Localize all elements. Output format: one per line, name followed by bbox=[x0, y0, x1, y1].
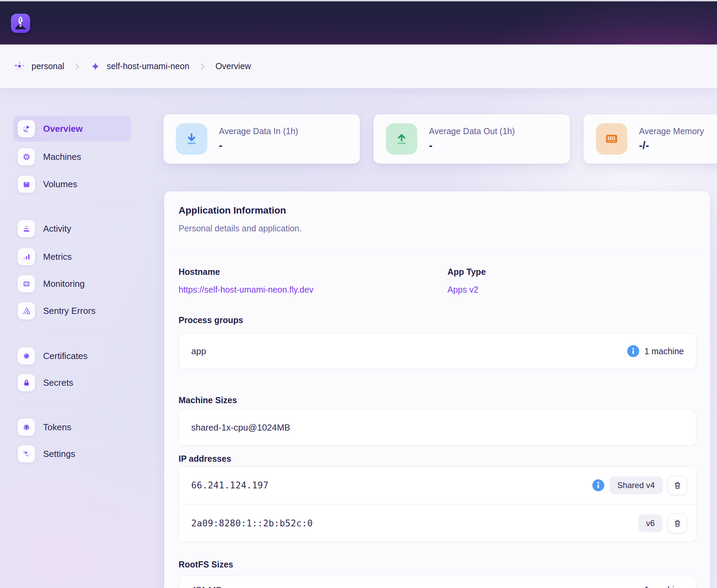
card-title: Application Information bbox=[179, 205, 286, 216]
process-group-name: app bbox=[191, 346, 206, 357]
machine-sizes-label: Machine Sizes bbox=[179, 395, 237, 405]
sidebar-divider bbox=[13, 332, 131, 333]
sidebar-item-label: Machines bbox=[43, 152, 81, 162]
settings-icon bbox=[17, 445, 35, 463]
stat-value: -/- bbox=[639, 139, 704, 152]
stat-label: Average Data Out (1h) bbox=[429, 126, 515, 136]
card-subtitle: Personal details and application. bbox=[179, 223, 302, 233]
ip-type-badge: v6 bbox=[638, 514, 663, 532]
volumes-icon bbox=[17, 175, 35, 193]
stat-card-data-out: Average Data Out (1h) - bbox=[374, 114, 570, 164]
sidebar-item-secrets[interactable]: Secrets bbox=[13, 370, 131, 396]
sidebar-item-label: Secrets bbox=[43, 378, 73, 388]
machine-count: 1 machine bbox=[644, 585, 684, 588]
sidebar-item-metrics[interactable]: Metrics bbox=[13, 244, 131, 270]
machine-size-row: shared-1x-cpu@1024MB bbox=[179, 409, 696, 446]
rootfs-size-value: 471 MB bbox=[191, 585, 222, 588]
delete-ip-button[interactable] bbox=[667, 475, 687, 495]
certificate-icon bbox=[17, 347, 35, 365]
sidebar-item-volumes[interactable]: Volumes bbox=[13, 171, 131, 197]
lock-icon bbox=[17, 374, 35, 392]
stat-value: - bbox=[429, 139, 515, 152]
breadcrumb-app-label: self-host-umami-neon bbox=[107, 61, 190, 71]
delete-ip-button[interactable] bbox=[667, 513, 687, 533]
sidebar-item-label: Volumes bbox=[43, 179, 77, 190]
sentry-icon bbox=[17, 302, 35, 320]
trash-icon bbox=[673, 481, 682, 490]
sparkle-icon bbox=[90, 61, 101, 72]
app-type-link[interactable]: Apps v2 bbox=[447, 285, 478, 295]
sidebar-item-label: Settings bbox=[43, 449, 75, 459]
sidebar-item-sentry-errors[interactable]: Sentry Errors bbox=[13, 298, 131, 324]
sidebar-item-settings[interactable]: Settings bbox=[13, 441, 131, 467]
machine-size-value: shared-1x-cpu@1024MB bbox=[191, 422, 290, 433]
activity-icon bbox=[17, 220, 35, 238]
sidebar-item-label: Metrics bbox=[43, 252, 72, 262]
upload-icon bbox=[386, 123, 417, 155]
process-groups-label: Process groups bbox=[179, 315, 243, 325]
stat-card-memory: Average Memory -/- bbox=[584, 114, 717, 164]
download-icon bbox=[176, 123, 207, 155]
sidebar-item-label: Monitoring bbox=[43, 279, 84, 289]
process-group-row: app 1 machine bbox=[179, 333, 696, 369]
sidebar-item-machines[interactable]: Machines bbox=[13, 144, 131, 170]
chevron-right-icon bbox=[73, 62, 81, 71]
overview-icon bbox=[17, 120, 35, 138]
info-icon[interactable] bbox=[627, 345, 640, 358]
ip-row-v4: 66.241.124.197 Shared v4 bbox=[179, 466, 696, 504]
trash-icon bbox=[673, 519, 682, 528]
rootfs-sizes-label: RootFS Sizes bbox=[179, 560, 233, 570]
sidebar-divider bbox=[13, 206, 131, 206]
stat-card-data-in: Average Data In (1h) - bbox=[164, 114, 360, 164]
rootfs-row: 471 MB 1 machine bbox=[179, 576, 696, 588]
divider bbox=[164, 252, 710, 252]
breadcrumb-page[interactable]: Overview bbox=[216, 61, 251, 71]
sidebar-item-label: Certificates bbox=[43, 351, 88, 361]
org-dots-icon bbox=[14, 61, 25, 72]
sidebar-item-label: Activity bbox=[43, 223, 71, 234]
breadcrumb-org-label: personal bbox=[31, 61, 64, 71]
breadcrumb-page-label: Overview bbox=[216, 61, 251, 71]
stat-label: Average Memory bbox=[639, 126, 704, 136]
app-screen: personal self-host-umami-neon Overview bbox=[0, 0, 717, 588]
application-information-card: Application Information Personal details… bbox=[164, 191, 710, 588]
hostname-label: Hostname bbox=[179, 267, 220, 277]
info-icon[interactable] bbox=[592, 479, 605, 492]
ip-addresses-label: IP addresses bbox=[179, 454, 231, 464]
machine-count: 1 machine bbox=[644, 346, 684, 356]
breadcrumb: personal self-host-umami-neon Overview bbox=[0, 44, 717, 88]
sidebar-item-overview[interactable]: Overview bbox=[13, 116, 131, 142]
token-icon bbox=[17, 418, 35, 436]
stat-value: - bbox=[219, 139, 298, 152]
sidebar-divider bbox=[13, 405, 131, 405]
chevron-right-icon bbox=[198, 62, 207, 71]
ip-address: 2a09:8280:1::2b:b52c:0 bbox=[191, 518, 313, 528]
breadcrumb-app[interactable]: self-host-umami-neon bbox=[90, 61, 190, 72]
sidebar-item-label: Tokens bbox=[43, 422, 71, 433]
machines-icon bbox=[17, 148, 35, 166]
fly-logo[interactable] bbox=[11, 14, 30, 33]
monitoring-icon bbox=[17, 275, 35, 293]
sidebar-item-certificates[interactable]: Certificates bbox=[13, 343, 131, 369]
sidebar-item-monitoring[interactable]: Monitoring bbox=[13, 271, 131, 297]
balloon-icon bbox=[11, 14, 30, 33]
sidebar-item-label: Overview bbox=[43, 124, 83, 134]
sidebar-item-label: Sentry Errors bbox=[43, 306, 95, 316]
sidebar-item-activity[interactable]: Activity bbox=[13, 216, 131, 242]
app-type-label: App Type bbox=[447, 267, 486, 277]
topbar bbox=[0, 1, 717, 44]
ip-address: 66.241.124.197 bbox=[191, 480, 269, 490]
breadcrumb-org[interactable]: personal bbox=[14, 61, 64, 72]
metrics-icon bbox=[17, 248, 35, 266]
stat-label: Average Data In (1h) bbox=[219, 126, 298, 136]
ip-addresses-box: 66.241.124.197 Shared v4 bbox=[179, 466, 696, 542]
hostname-link[interactable]: https://self-host-umami-neon.fly.dev bbox=[179, 285, 313, 295]
memory-icon bbox=[596, 123, 627, 155]
ip-row-v6: 2a09:8280:1::2b:b52c:0 v6 bbox=[179, 504, 696, 542]
ip-type-badge: Shared v4 bbox=[610, 476, 663, 494]
sidebar-item-tokens[interactable]: Tokens bbox=[13, 414, 131, 440]
